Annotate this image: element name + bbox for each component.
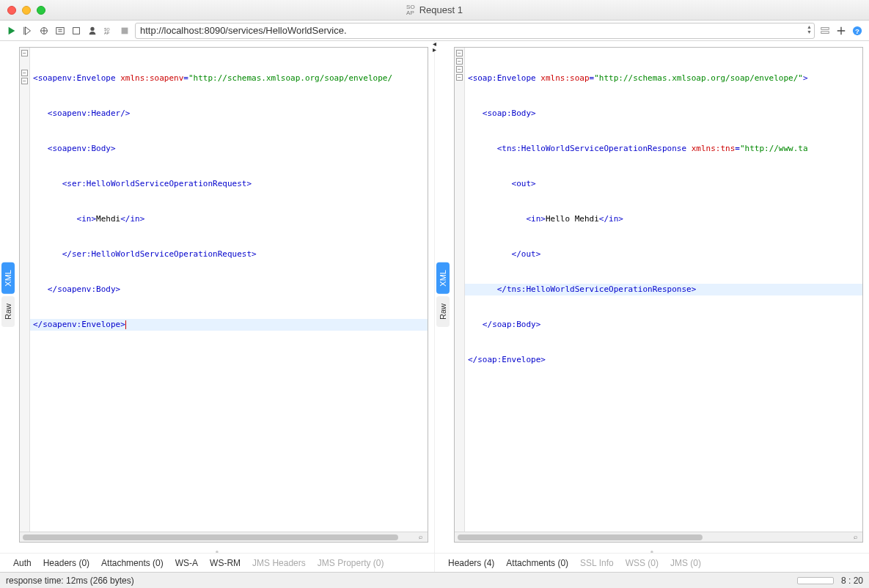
response-gutter[interactable]: − − − − xyxy=(455,48,465,532)
request-bottom-tabs: Auth Headers (0) Attachments (0) WS-A WS… xyxy=(0,553,434,572)
tab-resp-jms[interactable]: JMS (0) xyxy=(670,558,701,568)
window-title-text: Request 1 xyxy=(419,4,463,15)
toolbar-button-7[interactable]: SOAP xyxy=(103,25,114,37)
tab-resp-wss[interactable]: WSS (0) xyxy=(626,558,659,568)
url-dropdown-button[interactable]: ▲▼ xyxy=(807,24,812,34)
response-bottom-tabs: Headers (4) Attachments (0) SSL Info WSS… xyxy=(435,553,869,572)
fold-icon[interactable]: − xyxy=(456,74,463,81)
svg-point-5 xyxy=(90,26,94,30)
request-pane: XML Raw − − − <soapenv:Envelope xmlns:so… xyxy=(0,41,435,572)
svg-rect-3 xyxy=(56,27,65,34)
request-xml-tab[interactable]: XML xyxy=(1,262,15,294)
tab-wsrm[interactable]: WS-RM xyxy=(210,558,241,568)
svg-rect-10 xyxy=(821,31,829,33)
svg-rect-9 xyxy=(821,27,829,29)
response-code[interactable]: <soap:Envelope xmlns:soap="http://schema… xyxy=(465,48,862,532)
toolbar-button-8[interactable] xyxy=(119,25,131,37)
fold-icon[interactable]: − xyxy=(21,50,28,56)
svg-text:?: ? xyxy=(855,26,859,34)
fold-icon[interactable]: − xyxy=(456,50,463,56)
svg-rect-8 xyxy=(122,27,128,34)
response-editor[interactable]: − − − − <soap:Envelope xmlns:soap="http:… xyxy=(454,47,863,543)
request-code[interactable]: <soapenv:Envelope xmlns:soapenv="http://… xyxy=(30,48,428,532)
toolbar-button-5[interactable] xyxy=(70,25,82,37)
status-response-time: response time: 12ms (266 bytes) xyxy=(6,576,134,586)
progress-indicator xyxy=(797,577,834,584)
fold-icon[interactable]: − xyxy=(21,70,28,76)
search-icon[interactable]: ⌕ xyxy=(854,533,861,540)
tab-jms-headers[interactable]: JMS Headers xyxy=(252,558,306,568)
request-raw-tab[interactable]: Raw xyxy=(1,296,15,327)
tab-attachments[interactable]: Attachments (0) xyxy=(101,558,164,568)
add-to-testcase-button[interactable] xyxy=(22,25,34,37)
request-editor[interactable]: − − − <soapenv:Envelope xmlns:soapenv="h… xyxy=(19,47,428,543)
response-raw-tab[interactable]: Raw xyxy=(436,296,450,327)
tab-resp-attachments[interactable]: Attachments (0) xyxy=(506,558,568,568)
tab-resp-headers[interactable]: Headers (4) xyxy=(448,558,494,568)
tab-headers[interactable]: Headers (0) xyxy=(43,558,89,568)
tab-resp-ssl[interactable]: SSL Info xyxy=(580,558,614,568)
response-hscrollbar[interactable] xyxy=(455,532,862,542)
soap-icon: SOAP xyxy=(406,4,415,16)
content-area: XML Raw − − − <soapenv:Envelope xmlns:so… xyxy=(0,41,869,572)
status-cursor-position: 8 : 20 xyxy=(841,576,863,586)
statusbar: response time: 12ms (266 bytes) 8 : 20 xyxy=(0,572,869,588)
svg-rect-4 xyxy=(73,27,80,34)
text-cursor xyxy=(125,320,126,329)
toolbar: SOAP ▲▼ ? xyxy=(0,21,869,41)
toolbar-button-3[interactable] xyxy=(38,25,50,37)
submit-request-button[interactable] xyxy=(6,25,18,37)
window-title: SOAP Request 1 xyxy=(0,4,869,16)
search-icon[interactable]: ⌕ xyxy=(419,533,426,540)
fold-icon[interactable]: − xyxy=(456,58,463,65)
response-side-tabs: XML Raw xyxy=(435,41,451,548)
toolbar-button-6[interactable] xyxy=(87,25,98,37)
request-side-tabs: XML Raw xyxy=(0,41,16,548)
fold-icon[interactable]: − xyxy=(456,66,463,73)
svg-text:AP: AP xyxy=(104,31,110,35)
toolbar-button-right-1[interactable] xyxy=(819,25,831,37)
request-gutter[interactable]: − − − xyxy=(20,48,30,532)
response-pane: XML Raw − − − − <soap:Envelope xmlns:soa… xyxy=(435,41,869,572)
tab-wsa[interactable]: WS-A xyxy=(175,558,198,568)
svg-marker-0 xyxy=(9,26,15,34)
response-xml-tab[interactable]: XML xyxy=(436,262,450,294)
toolbar-button-right-2[interactable] xyxy=(835,25,847,37)
tab-auth[interactable]: Auth xyxy=(13,558,32,568)
help-button[interactable]: ? xyxy=(851,25,863,37)
endpoint-url-input[interactable] xyxy=(135,23,815,39)
tab-jms-property[interactable]: JMS Property (0) xyxy=(318,558,384,568)
titlebar: SOAP Request 1 xyxy=(0,0,869,21)
svg-marker-1 xyxy=(26,26,31,34)
toolbar-button-4[interactable] xyxy=(54,25,66,37)
fold-icon[interactable]: − xyxy=(21,78,28,84)
request-hscrollbar[interactable] xyxy=(20,532,428,542)
